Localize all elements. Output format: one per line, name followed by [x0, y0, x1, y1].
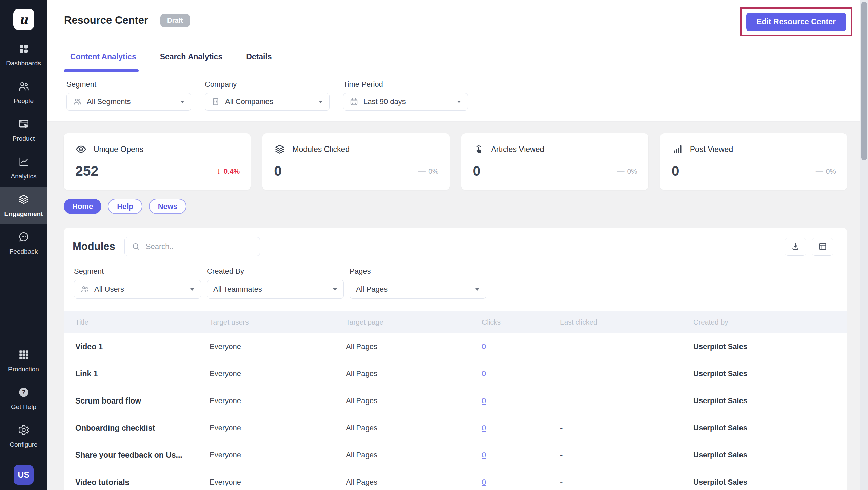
download-button[interactable]	[785, 238, 806, 256]
pill-help[interactable]: Help	[108, 199, 142, 214]
download-icon	[791, 242, 800, 251]
sidebar-item-label: Configure	[9, 441, 37, 448]
tab-bar: Content Analytics Search Analytics Detai…	[70, 52, 868, 72]
modules-panel: Modules	[64, 228, 847, 490]
stat-delta: —0%	[418, 167, 438, 176]
bar-chart-icon	[672, 143, 683, 155]
userpilot-logo[interactable]: u	[13, 9, 34, 30]
column-header-created-by: Created by	[682, 318, 847, 326]
stat-value: 0	[473, 163, 481, 179]
search-input[interactable]	[146, 242, 253, 251]
column-header-target-users: Target users	[198, 318, 334, 326]
stat-card-articles-viewed: Articles Viewed 0 —0%	[461, 133, 648, 190]
sidebar-item-label: Product	[13, 135, 35, 142]
sidebar-item-label: Production	[8, 366, 39, 373]
chevron-down-icon	[190, 288, 195, 291]
people-icon	[73, 97, 82, 106]
search-icon	[132, 242, 140, 251]
tab-details[interactable]: Details	[246, 52, 272, 72]
sidebar-item-label: Feedback	[9, 248, 38, 255]
modules-pages-group: Pages All Pages	[350, 267, 486, 299]
sidebar-item-configure[interactable]: Configure	[0, 417, 47, 455]
edit-resource-center-button[interactable]: Edit Resource Center	[746, 13, 846, 31]
table-row[interactable]: Share your feedback on Us... Everyone Al…	[64, 442, 847, 469]
dropdown-value: All Companies	[225, 97, 273, 106]
sidebar-item-feedback[interactable]: Feedback	[0, 224, 47, 262]
sidebar-item-label: Get Help	[11, 403, 36, 411]
stat-value: 252	[75, 163, 98, 179]
sidebar-item-get-help[interactable]: ? Get Help	[0, 379, 47, 417]
stat-delta: —0%	[816, 167, 836, 176]
chevron-down-icon	[180, 100, 185, 103]
sidebar-nav: Dashboards People Product Analytics	[0, 36, 47, 262]
stat-card-modules-clicked: Modules Clicked 0 —0%	[262, 133, 449, 190]
dropdown-value: Last 90 days	[363, 97, 406, 106]
dropdown-value: All Segments	[87, 97, 131, 106]
sidebar-item-engagement[interactable]: Engagement	[0, 187, 47, 224]
chevron-down-icon	[318, 100, 323, 103]
tab-search-analytics[interactable]: Search Analytics	[160, 52, 223, 72]
section-pills: Home Help News	[64, 199, 847, 214]
all-teammates-dropdown[interactable]: All Teammates	[207, 280, 344, 299]
scrollbar-thumb[interactable]	[861, 2, 867, 160]
table-row[interactable]: Scrum board flow Everyone All Pages 0 - …	[64, 387, 847, 414]
stat-label: Post Viewed	[690, 145, 733, 154]
clicks-link[interactable]: 0	[482, 424, 486, 432]
filter-label: Time Period	[343, 80, 468, 89]
trend-down-icon: ↓	[216, 166, 221, 176]
dropdown-value: All Teammates	[213, 285, 262, 294]
modules-filter-bar: Segment All Users Created By All Teammat…	[64, 267, 847, 299]
scrollbar-track[interactable]	[860, 0, 868, 490]
stat-label: Articles Viewed	[491, 145, 545, 154]
column-header-last-clicked: Last clicked	[549, 318, 682, 326]
filter-label: Created By	[207, 267, 344, 276]
modules-table: Title Target users Target page Clicks La…	[64, 311, 847, 490]
segment-dropdown[interactable]: All Segments	[66, 93, 191, 111]
page-header: Resource Center Draft Edit Resource Cent…	[47, 0, 868, 72]
clicks-link[interactable]: 0	[482, 451, 486, 459]
sidebar-item-people[interactable]: People	[0, 74, 47, 111]
trend-flat-icon: —	[816, 167, 823, 176]
sidebar-item-analytics[interactable]: Analytics	[0, 149, 47, 187]
columns-button[interactable]	[812, 238, 833, 256]
pill-news[interactable]: News	[149, 199, 186, 214]
clicks-link[interactable]: 0	[482, 369, 486, 378]
clicks-link[interactable]: 0	[482, 478, 486, 486]
table-row[interactable]: Onboarding checklist Everyone All Pages …	[64, 414, 847, 442]
stat-label: Unique Opens	[94, 145, 143, 154]
calendar-icon	[350, 97, 358, 106]
table-row[interactable]: Video tutorials Everyone All Pages 0 - U…	[64, 469, 847, 490]
chevron-down-icon	[333, 288, 337, 291]
table-header: Title Target users Target page Clicks La…	[64, 311, 847, 333]
grid-icon	[18, 349, 30, 362]
pill-home[interactable]: Home	[64, 199, 101, 214]
sidebar: u Dashboards People Product	[0, 0, 47, 490]
segment-filter-group: Segment All Segments	[66, 80, 191, 111]
sidebar-item-dashboards[interactable]: Dashboards	[0, 36, 47, 74]
all-pages-dropdown[interactable]: All Pages	[350, 280, 486, 299]
company-dropdown[interactable]: All Companies	[205, 93, 330, 111]
filter-label: Pages	[350, 267, 486, 276]
sidebar-item-label: Dashboards	[6, 60, 41, 67]
table-row[interactable]: Video 1 Everyone All Pages 0 - Userpilot…	[64, 333, 847, 360]
all-users-dropdown[interactable]: All Users	[74, 280, 201, 299]
layers-icon	[274, 143, 285, 155]
content-area: Unique Opens 252 ↓0.4% Modules Clicked 0…	[47, 133, 868, 490]
time-period-dropdown[interactable]: Last 90 days	[343, 93, 468, 111]
clicks-link[interactable]: 0	[482, 396, 486, 405]
sidebar-item-label: Analytics	[11, 173, 36, 180]
app-window: u Dashboards People Product	[0, 0, 868, 490]
user-avatar[interactable]: US	[14, 465, 34, 485]
page-title: Resource Center	[64, 13, 148, 28]
filter-label: Segment	[66, 80, 191, 89]
sidebar-item-product[interactable]: Product	[0, 111, 47, 149]
layers-icon	[18, 193, 30, 207]
tab-content-analytics[interactable]: Content Analytics	[70, 52, 136, 72]
filter-label: Company	[205, 80, 330, 89]
clicks-link[interactable]: 0	[482, 342, 486, 351]
modules-segment-group: Segment All Users	[74, 267, 201, 299]
sidebar-item-production[interactable]: Production	[0, 342, 47, 379]
sidebar-item-label: People	[14, 97, 34, 105]
table-row[interactable]: Link 1 Everyone All Pages 0 - Userpilot …	[64, 360, 847, 387]
stat-delta: ↓0.4%	[216, 166, 240, 176]
